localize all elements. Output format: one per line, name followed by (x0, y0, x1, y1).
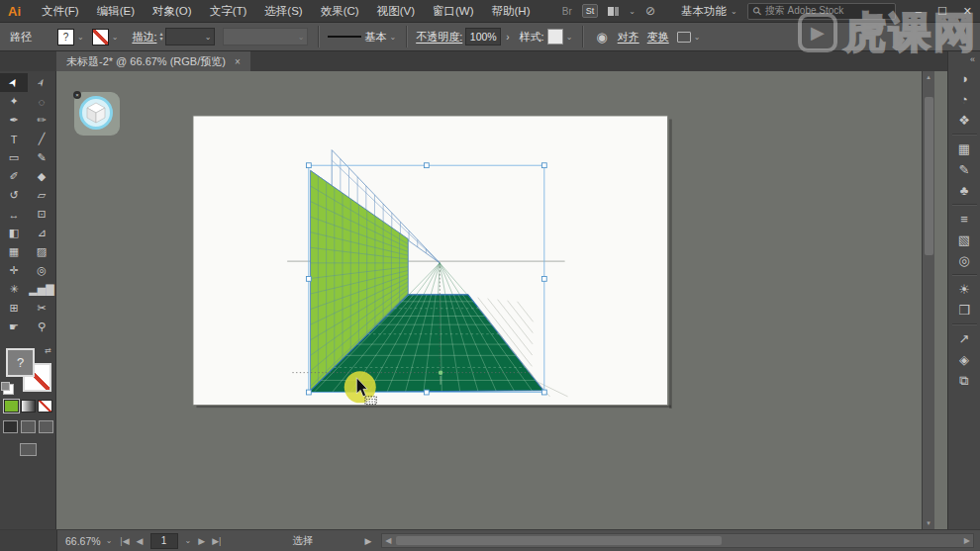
gradient-panel-icon[interactable]: ▧ (952, 230, 976, 250)
menu-item-文字[interactable]: 文字(T) (201, 5, 256, 17)
vertical-scroll-thumb[interactable] (925, 97, 933, 255)
first-artboard-button[interactable]: |◀ (120, 536, 129, 546)
recolor-artwork-icon[interactable]: ❖ (952, 110, 976, 131)
selection-handle[interactable] (306, 390, 311, 395)
artboard-tool[interactable]: ⊞ (0, 299, 28, 318)
column-graph-tool[interactable]: ▂▅▇ (28, 280, 55, 299)
color-button[interactable] (4, 400, 19, 413)
align-options-icon[interactable] (677, 32, 691, 43)
document-setup-icon[interactable]: ◉ (596, 30, 607, 45)
export-icon[interactable]: ↗ (952, 328, 976, 349)
canvas-area[interactable]: × ▴ ▾ (56, 71, 934, 529)
scroll-down-icon[interactable]: ▾ (927, 517, 931, 529)
selection-handle[interactable] (541, 390, 546, 395)
mesh-tool[interactable]: ▦ (0, 242, 28, 261)
symbols-icon[interactable]: ♣ (952, 180, 976, 201)
share-screen-icon[interactable]: ⊘ (645, 4, 655, 18)
lasso-tool[interactable]: ◌ (28, 92, 55, 111)
draw-inside-button[interactable] (39, 420, 53, 433)
eraser-tool[interactable]: ◆ (28, 167, 55, 186)
menu-item-视图[interactable]: 视图(V) (368, 5, 424, 17)
chevron-down-icon[interactable]: ⌄ (629, 7, 636, 16)
draw-behind-button[interactable] (21, 420, 36, 433)
selection-handle[interactable] (541, 276, 546, 281)
perspective-grid-tool[interactable]: ⊿ (28, 224, 55, 242)
chevron-down-icon[interactable]: ⌄ (185, 536, 192, 545)
opacity-popup-arrow[interactable]: › (506, 32, 509, 43)
vertical-scrollbar[interactable]: ▴ ▾ (922, 71, 934, 529)
chevron-down-icon[interactable]: ⌄ (694, 33, 701, 42)
slice-tool[interactable]: ✂ (28, 299, 55, 318)
bridge-icon[interactable]: Br (562, 6, 572, 17)
swatches-icon[interactable]: ▦ (952, 138, 976, 159)
horizontal-scrollbar[interactable]: ◀ ▶ (381, 533, 974, 548)
selection-handle[interactable] (306, 276, 311, 281)
transform-button[interactable]: 变换 (647, 30, 669, 45)
widget-close-icon[interactable]: × (73, 91, 81, 99)
menu-item-文件[interactable]: 文件(F) (33, 5, 88, 17)
layers-icon[interactable]: ◈ (952, 349, 976, 370)
horizontal-scroll-thumb[interactable] (396, 536, 721, 545)
scroll-right-icon[interactable]: ▶ (961, 536, 973, 545)
next-artboard-button[interactable]: ▶ (198, 536, 205, 546)
fill-color-swatch[interactable]: ? (57, 29, 74, 46)
symbol-sprayer-tool[interactable]: ✳ (0, 280, 28, 299)
shaper-tool[interactable]: ✐ (0, 167, 28, 186)
graphic-styles-icon[interactable]: ❒ (952, 300, 976, 321)
menu-item-帮助[interactable]: 帮助(H) (483, 5, 539, 17)
shape-builder-tool[interactable]: ◧ (0, 224, 28, 242)
artboard-number-field[interactable]: 1 (150, 533, 178, 549)
prev-artboard-button[interactable]: ◀ (137, 536, 144, 546)
menu-item-效果[interactable]: 效果(C) (312, 5, 368, 17)
style-swatch[interactable] (547, 29, 563, 45)
scroll-up-icon[interactable]: ▴ (927, 71, 931, 83)
status-text[interactable]: 选择 (292, 534, 313, 548)
gradient-button[interactable] (21, 400, 36, 413)
align-button[interactable]: 对齐 (618, 30, 639, 45)
menu-item-编辑[interactable]: 编辑(E) (88, 5, 144, 17)
paintbrush-tool[interactable]: ✎ (28, 148, 55, 167)
selection-handle[interactable] (424, 390, 429, 395)
type-tool[interactable]: T (0, 130, 28, 148)
chevron-down-icon[interactable]: ⌄ (77, 33, 84, 42)
chevron-down-icon[interactable]: ⌄ (112, 33, 119, 42)
stock-search-input[interactable]: ⚲ 搜索 Adobe Stock (747, 3, 896, 20)
brushes-icon[interactable]: ✎ (952, 159, 976, 180)
stroke-weight-label[interactable]: 描边: (132, 30, 156, 45)
opacity-value[interactable]: 100% (465, 28, 501, 46)
zoom-level-select[interactable]: 66.67% ⌄ (57, 535, 120, 547)
dock-collapse-icon[interactable]: « (970, 54, 980, 68)
workspace-switcher[interactable]: 基本功能 ⌄ (681, 4, 737, 19)
close-button[interactable]: ✕ (963, 5, 972, 18)
direct-selection-tool[interactable]: ➢ (28, 73, 55, 92)
brush-name[interactable]: 基本 (364, 30, 386, 45)
width-tool[interactable]: ↔ (0, 205, 28, 224)
appearance-icon[interactable]: ☀ (952, 279, 976, 300)
hand-tool[interactable]: ☛ (0, 318, 28, 336)
fill-swatch[interactable]: ? (6, 348, 35, 377)
eyedropper-tool[interactable]: ✛ (0, 261, 28, 280)
selection-handle[interactable] (424, 163, 429, 168)
menu-item-对象[interactable]: 对象(O) (144, 5, 201, 17)
selection-handle[interactable] (541, 163, 546, 168)
artboards-icon[interactable]: ⧉ (952, 370, 976, 391)
status-flyout-arrow[interactable]: ▶ (364, 536, 371, 546)
blend-tool[interactable]: ◎ (28, 261, 55, 280)
arrange-documents-icon[interactable] (608, 7, 619, 16)
stroke-weight-combo[interactable]: ⌄ (165, 28, 215, 46)
stroke-panel-icon[interactable]: ≡ (952, 209, 976, 230)
selection-tool[interactable]: ➤ (0, 73, 28, 92)
rectangle-tool[interactable]: ▭ (0, 148, 28, 167)
default-fill-stroke-icon[interactable] (3, 384, 14, 395)
stroke-color-swatch[interactable] (92, 29, 109, 46)
tab-close-icon[interactable]: × (235, 56, 241, 67)
color-guide-icon[interactable]: ◔ (952, 89, 976, 110)
rotate-tool[interactable]: ↺ (0, 186, 28, 205)
app-logo[interactable]: Ai (8, 4, 21, 19)
chevron-down-icon[interactable]: ⌄ (566, 33, 573, 42)
scale-tool[interactable]: ▱ (28, 186, 55, 205)
gradient-tool[interactable]: ▨ (28, 242, 55, 261)
menu-item-窗口[interactable]: 窗口(W) (424, 5, 483, 17)
magic-wand-tool[interactable]: ✦ (0, 92, 28, 111)
chevron-down-icon[interactable]: ⌄ (389, 33, 396, 42)
